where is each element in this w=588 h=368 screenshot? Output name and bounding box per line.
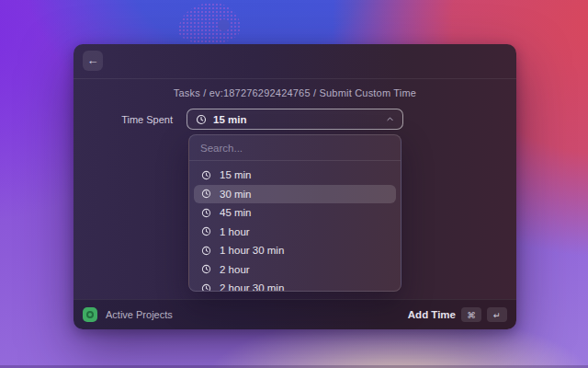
time-options-dropdown: 15 min 30 min 45 min 1 hour 1 hour 30 mi…	[188, 134, 401, 292]
option-1-hour-30-min[interactable]: 1 hour 30 min	[194, 241, 396, 260]
selected-value: 15 min	[213, 114, 246, 125]
active-projects-icon	[83, 307, 97, 322]
clock-icon	[201, 283, 211, 292]
search-row	[189, 135, 401, 161]
option-2-hour-30-min[interactable]: 2 hour 30 min	[194, 279, 396, 292]
option-label: 2 hour 30 min	[220, 282, 284, 292]
clock-icon	[201, 264, 211, 274]
active-projects-label: Active Projects	[106, 309, 173, 320]
wallpaper-blob-hole	[218, 19, 230, 31]
option-label: 2 hour	[220, 264, 250, 275]
option-label: 1 hour	[220, 226, 250, 237]
option-1-hour[interactable]: 1 hour	[194, 223, 396, 242]
clock-icon	[196, 114, 207, 125]
clock-icon	[201, 226, 211, 236]
back-arrow-icon: ←	[87, 53, 99, 67]
back-button[interactable]: ←	[83, 51, 103, 71]
submit-custom-time-modal: ← Tasks / ev:187276292424765 / Submit Cu…	[74, 44, 516, 329]
option-label: 1 hour 30 min	[220, 245, 284, 256]
time-spent-select[interactable]: 15 min	[187, 109, 403, 130]
chevron-up-icon	[386, 115, 394, 123]
option-15-min[interactable]: 15 min	[194, 166, 396, 185]
clock-icon	[201, 208, 211, 218]
clock-icon	[201, 170, 211, 180]
time-spent-label: Time Spent	[74, 114, 173, 125]
breadcrumb: Tasks / ev:187276292424765 / Submit Cust…	[74, 87, 516, 98]
command-key-icon: ⌘	[461, 307, 481, 322]
option-label: 30 min	[220, 189, 252, 200]
footer-actions: Add Time ⌘ ↵	[408, 307, 507, 322]
option-2-hour[interactable]: 2 hour	[194, 260, 396, 280]
option-45-min[interactable]: 45 min	[194, 203, 396, 223]
clock-icon	[201, 246, 211, 256]
add-time-button[interactable]: Add Time	[408, 309, 456, 320]
clock-icon	[201, 189, 211, 199]
modal-footer: Active Projects Add Time ⌘ ↵	[74, 299, 516, 329]
option-label: 15 min	[220, 169, 252, 180]
search-input[interactable]	[200, 143, 390, 154]
options-list: 15 min 30 min 45 min 1 hour 1 hour 30 mi…	[189, 161, 401, 292]
active-projects-ring	[86, 311, 94, 318]
option-label: 45 min	[220, 207, 252, 218]
modal-header: ←	[74, 44, 516, 79]
wallpaper-blob	[178, 3, 241, 44]
return-key-icon: ↵	[487, 307, 507, 322]
option-30-min[interactable]: 30 min	[194, 185, 396, 204]
